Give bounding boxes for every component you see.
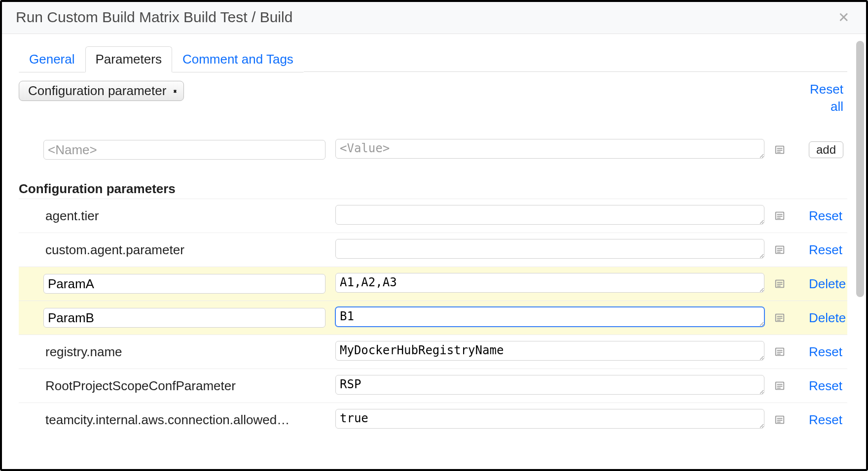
parameter-name-label: registry.name xyxy=(43,344,326,360)
reset-parameter-link[interactable]: Reset xyxy=(809,344,846,360)
parameter-row: RootProjectScopeConfParameterReset xyxy=(19,369,847,403)
parameter-value-input[interactable] xyxy=(335,239,764,259)
scrollbar-thumb[interactable] xyxy=(856,41,864,297)
multiline-editor-icon[interactable] xyxy=(774,210,785,221)
close-icon[interactable]: ✕ xyxy=(835,9,852,26)
parameter-row: teamcity.internal.aws.connection.allowed… xyxy=(19,403,847,437)
scrollbar[interactable] xyxy=(853,34,866,469)
tab-general[interactable]: General xyxy=(19,46,85,72)
reset-parameter-link[interactable]: Reset xyxy=(809,208,846,224)
multiline-editor-icon[interactable] xyxy=(774,380,785,391)
reset-parameter-link[interactable]: Reset xyxy=(809,242,846,258)
dialog-header: Run Custom Build Matrix Build Test / Bui… xyxy=(2,2,866,34)
parameter-value-input[interactable] xyxy=(335,307,764,327)
select-arrows-icon: ▲▼ xyxy=(172,91,178,91)
parameter-name-input[interactable] xyxy=(43,308,326,328)
parameter-name-label: RootProjectScopeConfParameter xyxy=(43,378,326,394)
parameter-row: Delete xyxy=(19,301,847,335)
multiline-editor-icon[interactable] xyxy=(774,278,785,289)
dialog-body: General Parameters Comment and Tags Conf… xyxy=(2,34,866,469)
parameter-row: Delete xyxy=(19,267,847,301)
tab-comment-and-tags[interactable]: Comment and Tags xyxy=(172,46,304,72)
multiline-editor-icon[interactable] xyxy=(774,144,785,155)
new-parameter-name-input[interactable] xyxy=(43,140,326,160)
parameter-value-input[interactable] xyxy=(335,205,764,225)
reset-all-link[interactable]: Reset all xyxy=(803,81,847,115)
dialog-content: General Parameters Comment and Tags Conf… xyxy=(2,34,853,469)
parameter-value-input[interactable] xyxy=(335,375,764,395)
new-parameter-row: add xyxy=(19,133,847,167)
section-heading-configuration-parameters: Configuration parameters xyxy=(19,181,847,197)
tabs: General Parameters Comment and Tags xyxy=(19,46,847,72)
parameter-row: custom.agent.parameterReset xyxy=(19,233,847,267)
parameter-value-input[interactable] xyxy=(335,341,764,361)
multiline-editor-icon[interactable] xyxy=(774,346,785,357)
parameter-type-select[interactable]: Configuration parameter ▲▼ xyxy=(19,81,184,101)
add-parameter-button[interactable]: add xyxy=(809,141,843,158)
new-parameter-value-input[interactable] xyxy=(335,139,764,159)
multiline-editor-icon[interactable] xyxy=(774,312,785,323)
parameter-name-input[interactable] xyxy=(43,274,326,294)
reset-parameter-link[interactable]: Reset xyxy=(809,378,846,394)
delete-parameter-link[interactable]: Delete xyxy=(809,276,850,292)
parameter-name-label: teamcity.internal.aws.connection.allowed… xyxy=(43,412,326,428)
delete-parameter-link[interactable]: Delete xyxy=(809,310,850,326)
parameter-value-input[interactable] xyxy=(335,409,764,429)
reset-parameter-link[interactable]: Reset xyxy=(809,412,846,428)
parameters-grid: add xyxy=(19,133,847,167)
multiline-editor-icon[interactable] xyxy=(774,414,785,425)
tab-parameters[interactable]: Parameters xyxy=(85,46,172,72)
top-controls: Configuration parameter ▲▼ Reset all xyxy=(19,81,847,115)
parameter-value-input[interactable] xyxy=(335,273,764,293)
parameter-name-label: custom.agent.parameter xyxy=(43,242,326,258)
dialog-title: Run Custom Build Matrix Build Test / Bui… xyxy=(16,9,835,26)
parameter-row: agent.tierReset xyxy=(19,199,847,233)
multiline-editor-icon[interactable] xyxy=(774,244,785,255)
parameter-row: registry.nameReset xyxy=(19,335,847,369)
parameter-name-label: agent.tier xyxy=(43,208,326,224)
parameter-type-select-label: Configuration parameter xyxy=(28,83,166,99)
run-custom-build-dialog: Run Custom Build Matrix Build Test / Bui… xyxy=(0,0,868,471)
configuration-parameters-list: agent.tierResetcustom.agent.parameterRes… xyxy=(19,199,847,437)
